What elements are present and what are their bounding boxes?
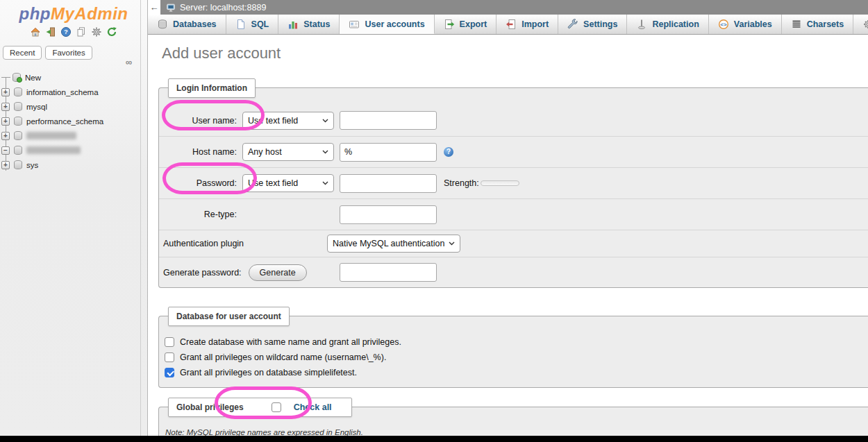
favorites-button[interactable]: Favorites — [45, 46, 92, 60]
auth-plugin-select[interactable]: Native MySQL authentication — [327, 235, 460, 253]
check-all-checkbox[interactable] — [272, 402, 281, 412]
tree-item-label: performance_schema — [26, 117, 103, 126]
generate-password-row: Generate password: Generate — [159, 257, 868, 287]
auth-plugin-label: Authentication plugin — [163, 239, 244, 248]
tab-sql[interactable]: SQL — [226, 15, 279, 34]
tab-status[interactable]: Status — [278, 15, 340, 34]
expand-icon[interactable]: + — [1, 161, 10, 169]
tab-import[interactable]: Import — [496, 15, 558, 34]
redacted-label — [26, 146, 81, 154]
variables-icon: <> — [718, 19, 729, 30]
chevron-down-icon — [322, 150, 328, 154]
generate-password-label: Generate password: — [163, 268, 242, 278]
database-for-user-legend: Database for user account — [168, 307, 290, 326]
username-row: User name: Use text field — [159, 105, 868, 136]
link-icon[interactable]: ∞ — [126, 57, 132, 67]
main-content: Add user account Login Information User … — [149, 35, 868, 436]
retype-input[interactable] — [340, 205, 437, 224]
hostname-help-icon[interactable]: ? — [444, 147, 453, 157]
tree-item-label: information_schema — [26, 88, 99, 96]
sidebar-resize-gutter[interactable] — [140, 0, 141, 436]
databases-icon — [157, 19, 168, 30]
help-icon[interactable]: ? — [60, 26, 72, 37]
tab-databases[interactable]: Databases — [148, 15, 226, 34]
grant-db-checkbox[interactable] — [165, 368, 174, 377]
tab-export[interactable]: Export — [435, 15, 497, 34]
hostname-input[interactable] — [340, 143, 437, 162]
home-icon[interactable] — [30, 26, 41, 37]
create-db-option-label[interactable]: Create database with same name and grant… — [180, 337, 401, 347]
create-db-checkbox[interactable] — [165, 337, 174, 347]
tree-item-label: New — [25, 74, 41, 82]
redacted-label — [26, 132, 76, 139]
logo-php-part: php — [19, 4, 51, 23]
generate-button[interactable]: Generate — [249, 264, 307, 281]
server-label[interactable]: Server: localhost:8889 — [180, 3, 266, 12]
wildcard-grant-option-label[interactable]: Grant all privileges on wildcard name (u… — [180, 352, 386, 362]
expand-icon[interactable]: + — [1, 132, 10, 140]
chevron-down-icon — [449, 241, 455, 246]
login-information-legend: Login Information — [168, 78, 256, 98]
sidebar: phpMyAdmin ? Recent Favorites ∞ New — [0, 0, 148, 436]
hostname-type-select[interactable]: Any host — [242, 143, 334, 161]
logout-icon[interactable] — [45, 26, 56, 37]
password-type-select[interactable]: Use text field — [242, 174, 334, 192]
docs-icon[interactable] — [76, 26, 87, 37]
tab-engines[interactable]: Engines — [853, 15, 868, 34]
tree-item-mysql[interactable]: + mysql — [0, 99, 139, 114]
select-value: Use text field — [248, 178, 298, 188]
wildcard-grant-checkbox[interactable] — [165, 352, 174, 362]
database-icon — [14, 146, 22, 155]
logo-myadmin-part: MyAdmin — [51, 4, 128, 23]
strength-meter — [481, 180, 519, 186]
tab-label: Charsets — [807, 19, 844, 29]
hostname-label: Host name: — [163, 147, 237, 157]
database-icon — [14, 102, 22, 111]
tab-label: Export — [460, 19, 487, 29]
settings-icon[interactable] — [91, 26, 102, 37]
tree-item-redacted[interactable]: + — [0, 128, 139, 143]
tab-charsets[interactable]: Charsets — [782, 15, 854, 34]
import-icon — [506, 19, 517, 30]
tree-item-new[interactable]: New — [0, 70, 139, 85]
refresh-icon[interactable] — [106, 26, 117, 37]
database-icon — [14, 160, 22, 169]
password-input[interactable] — [340, 174, 437, 193]
top-strip: ← Server: localhost:8889 — [148, 0, 868, 15]
tree-item-information-schema[interactable]: + information_schema — [0, 85, 139, 99]
username-type-select[interactable]: Use text field — [242, 112, 334, 130]
tab-settings[interactable]: Settings — [558, 15, 627, 34]
collapse-icon[interactable]: − — [1, 146, 10, 155]
chevron-down-icon — [322, 119, 328, 123]
tree-item-label: mysql — [26, 103, 47, 111]
chevron-down-icon — [322, 181, 328, 185]
tab-label: SQL — [251, 19, 269, 29]
username-input[interactable] — [340, 111, 437, 130]
expand-icon[interactable]: + — [1, 117, 10, 126]
recent-button[interactable]: Recent — [3, 46, 42, 60]
page-title: Add user account — [162, 44, 868, 62]
grant-db-option-row: Grant all privileges on database simplel… — [162, 365, 868, 380]
tab-label: Settings — [583, 19, 617, 29]
engines-icon — [862, 19, 868, 30]
tree-item-sys[interactable]: + sys — [0, 158, 139, 172]
status-icon — [287, 19, 299, 30]
tab-replication[interactable]: Replication — [627, 15, 708, 34]
tab-label: Import — [521, 19, 549, 29]
tree-item-performance-schema[interactable]: + performance_schema — [0, 114, 139, 128]
new-database-icon — [12, 73, 21, 82]
generated-password-input[interactable] — [340, 263, 437, 282]
phpmyadmin-logo[interactable]: phpMyAdmin — [0, 0, 147, 24]
expand-icon[interactable]: + — [1, 103, 10, 111]
tab-user-accounts[interactable]: User accounts — [340, 15, 434, 34]
retype-label: Re-type: — [163, 210, 237, 219]
strength-label: Strength: — [444, 178, 479, 188]
back-arrow-button[interactable]: ← — [148, 0, 160, 15]
tree-item-redacted-expanded[interactable]: − — [0, 143, 139, 158]
retype-row: Re-type: — [159, 198, 868, 230]
check-all-label[interactable]: Check all — [294, 402, 332, 412]
expand-icon[interactable]: + — [1, 88, 10, 96]
tab-variables[interactable]: <> Variables — [709, 15, 782, 34]
create-db-option-row: Create database with same name and grant… — [162, 334, 868, 350]
grant-db-option-label[interactable]: Grant all privileges on database simplel… — [180, 368, 357, 377]
